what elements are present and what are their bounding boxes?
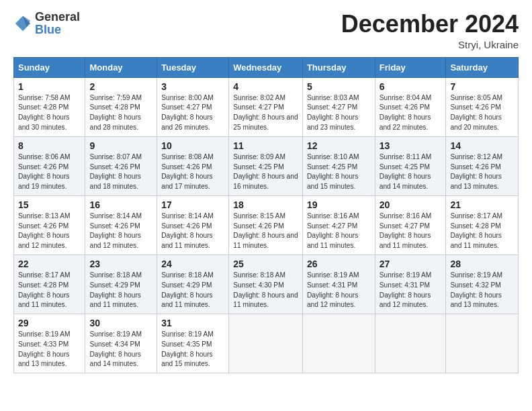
day-number: 24 [161,259,224,269]
calendar-day-cell: 14Sunrise: 8:12 AM Sunset: 4:26 PM Dayli… [446,136,519,195]
calendar-day-cell: 15Sunrise: 8:13 AM Sunset: 4:26 PM Dayli… [14,195,85,255]
day-number: 4 [233,81,298,92]
calendar-day-cell: 7Sunrise: 8:05 AM Sunset: 4:26 PM Daylig… [446,77,519,136]
calendar-week-row: 15Sunrise: 8:13 AM Sunset: 4:26 PM Dayli… [14,195,519,255]
day-number: 12 [307,140,371,151]
calendar-day-cell [375,314,446,373]
day-number: 2 [89,81,152,92]
calendar-day-cell: 28Sunrise: 8:19 AM Sunset: 4:32 PM Dayli… [446,255,519,314]
calendar-day-cell: 8Sunrise: 8:06 AM Sunset: 4:26 PM Daylig… [14,136,85,195]
calendar-day-cell: 29Sunrise: 8:19 AM Sunset: 4:33 PM Dayli… [14,314,85,373]
day-info: Sunrise: 8:19 AM Sunset: 4:31 PM Dayligh… [380,271,442,310]
day-info: Sunrise: 8:17 AM Sunset: 4:28 PM Dayligh… [450,212,514,251]
calendar-day-cell: 9Sunrise: 8:07 AM Sunset: 4:26 PM Daylig… [85,136,157,195]
day-info: Sunrise: 8:00 AM Sunset: 4:27 PM Dayligh… [161,93,224,133]
day-number: 29 [18,318,81,328]
day-number: 25 [233,259,298,269]
calendar-week-row: 8Sunrise: 8:06 AM Sunset: 4:26 PM Daylig… [14,136,519,195]
calendar-week-row: 1Sunrise: 7:58 AM Sunset: 4:28 PM Daylig… [14,77,519,136]
day-number: 7 [450,81,514,92]
page-subtitle: Stryi, Ukraine [341,39,519,50]
day-info: Sunrise: 8:02 AM Sunset: 4:27 PM Dayligh… [233,93,298,133]
calendar-table: SundayMondayTuesdayWednesdayThursdayFrid… [13,57,519,374]
calendar-day-cell: 25Sunrise: 8:18 AM Sunset: 4:30 PM Dayli… [229,255,303,314]
logo-text-blue: Blue [35,23,61,36]
calendar-body: 1Sunrise: 7:58 AM Sunset: 4:28 PM Daylig… [14,77,519,373]
day-number: 15 [18,199,81,210]
day-number: 22 [18,259,81,269]
day-number: 10 [161,140,224,151]
calendar-day-cell: 30Sunrise: 8:19 AM Sunset: 4:34 PM Dayli… [85,314,157,373]
day-info: Sunrise: 8:09 AM Sunset: 4:25 PM Dayligh… [233,152,298,192]
page-header: General Blue December 2024 Stryi, Ukrain… [13,11,519,50]
day-info: Sunrise: 7:59 AM Sunset: 4:28 PM Dayligh… [89,93,152,133]
calendar-day-cell: 10Sunrise: 8:08 AM Sunset: 4:26 PM Dayli… [157,136,229,195]
day-info: Sunrise: 8:04 AM Sunset: 4:26 PM Dayligh… [380,93,442,133]
calendar-header-cell: Thursday [302,57,375,77]
calendar-header-cell: Sunday [14,57,85,77]
calendar-day-cell: 5Sunrise: 8:03 AM Sunset: 4:27 PM Daylig… [302,77,375,136]
calendar-header-cell: Saturday [446,57,519,77]
day-info: Sunrise: 8:13 AM Sunset: 4:26 PM Dayligh… [18,212,81,251]
day-number: 28 [450,259,514,269]
calendar-day-cell: 18Sunrise: 8:15 AM Sunset: 4:26 PM Dayli… [229,195,303,255]
day-info: Sunrise: 8:11 AM Sunset: 4:25 PM Dayligh… [380,152,442,192]
logo: General Blue [13,11,80,36]
day-number: 19 [307,199,371,210]
day-number: 27 [380,259,442,269]
day-number: 16 [89,199,152,210]
calendar-day-cell [229,314,303,373]
calendar-day-cell [302,314,375,373]
day-number: 5 [307,81,371,92]
day-info: Sunrise: 8:15 AM Sunset: 4:26 PM Dayligh… [233,212,298,251]
day-number: 31 [161,318,224,328]
calendar-day-cell: 22Sunrise: 8:17 AM Sunset: 4:28 PM Dayli… [14,255,85,314]
calendar-day-cell: 11Sunrise: 8:09 AM Sunset: 4:25 PM Dayli… [229,136,303,195]
day-info: Sunrise: 8:16 AM Sunset: 4:27 PM Dayligh… [307,212,371,251]
day-info: Sunrise: 8:18 AM Sunset: 4:29 PM Dayligh… [89,271,152,310]
calendar-day-cell: 20Sunrise: 8:16 AM Sunset: 4:27 PM Dayli… [375,195,446,255]
day-number: 11 [233,140,298,151]
calendar-day-cell: 2Sunrise: 7:59 AM Sunset: 4:28 PM Daylig… [85,77,157,136]
day-number: 23 [89,259,152,269]
calendar-day-cell: 13Sunrise: 8:11 AM Sunset: 4:25 PM Dayli… [375,136,446,195]
day-info: Sunrise: 8:10 AM Sunset: 4:25 PM Dayligh… [307,152,371,192]
calendar-day-cell: 21Sunrise: 8:17 AM Sunset: 4:28 PM Dayli… [446,195,519,255]
calendar-day-cell: 4Sunrise: 8:02 AM Sunset: 4:27 PM Daylig… [229,77,303,136]
calendar-day-cell: 26Sunrise: 8:19 AM Sunset: 4:31 PM Dayli… [302,255,375,314]
calendar-day-cell: 24Sunrise: 8:18 AM Sunset: 4:29 PM Dayli… [157,255,229,314]
calendar-day-cell [446,314,519,373]
day-info: Sunrise: 8:17 AM Sunset: 4:28 PM Dayligh… [18,271,81,310]
calendar-header-cell: Monday [85,57,157,77]
day-number: 1 [18,81,81,92]
calendar-week-row: 29Sunrise: 8:19 AM Sunset: 4:33 PM Dayli… [14,314,519,373]
calendar-day-cell: 16Sunrise: 8:14 AM Sunset: 4:26 PM Dayli… [85,195,157,255]
calendar-day-cell: 6Sunrise: 8:04 AM Sunset: 4:26 PM Daylig… [375,77,446,136]
day-number: 21 [450,199,514,210]
calendar-day-cell: 17Sunrise: 8:14 AM Sunset: 4:26 PM Dayli… [157,195,229,255]
day-info: Sunrise: 8:19 AM Sunset: 4:34 PM Dayligh… [89,330,152,369]
calendar-header-cell: Friday [375,57,446,77]
day-number: 20 [380,199,442,210]
day-info: Sunrise: 8:08 AM Sunset: 4:26 PM Dayligh… [161,152,224,192]
day-info: Sunrise: 8:16 AM Sunset: 4:27 PM Dayligh… [380,212,442,251]
day-info: Sunrise: 8:19 AM Sunset: 4:35 PM Dayligh… [161,330,224,369]
day-number: 6 [380,81,442,92]
generalblue-logo-icon [13,14,32,33]
day-info: Sunrise: 7:58 AM Sunset: 4:28 PM Dayligh… [18,93,81,133]
page-title: December 2024 [341,11,519,38]
calendar-header-cell: Wednesday [229,57,303,77]
day-info: Sunrise: 8:06 AM Sunset: 4:26 PM Dayligh… [18,152,81,192]
day-number: 9 [89,140,152,151]
calendar-day-cell: 12Sunrise: 8:10 AM Sunset: 4:25 PM Dayli… [302,136,375,195]
calendar-day-cell: 1Sunrise: 7:58 AM Sunset: 4:28 PM Daylig… [14,77,85,136]
calendar-day-cell: 23Sunrise: 8:18 AM Sunset: 4:29 PM Dayli… [85,255,157,314]
day-info: Sunrise: 8:18 AM Sunset: 4:30 PM Dayligh… [233,271,298,310]
logo-text-general: General [35,10,80,24]
day-number: 30 [89,318,152,328]
day-info: Sunrise: 8:12 AM Sunset: 4:26 PM Dayligh… [450,152,514,192]
title-block: December 2024 Stryi, Ukraine [341,11,519,50]
calendar-day-cell: 31Sunrise: 8:19 AM Sunset: 4:35 PM Dayli… [157,314,229,373]
calendar-header-cell: Tuesday [157,57,229,77]
day-number: 17 [161,199,224,210]
